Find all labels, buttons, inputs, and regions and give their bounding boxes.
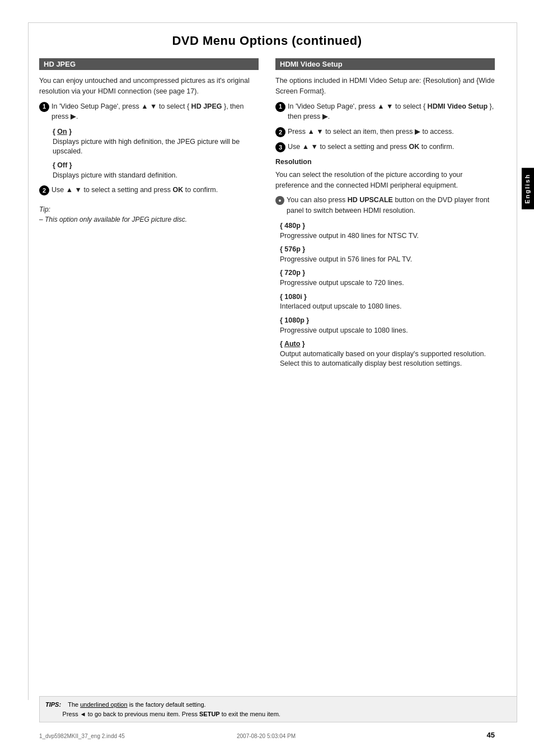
- border-left: [28, 22, 29, 700]
- step1-number: 1: [39, 102, 49, 112]
- ok2-label: OK: [409, 143, 420, 151]
- hdmi-setup-body: The options included in HDMI Video Setup…: [275, 76, 495, 369]
- file-name: 1_dvp5982MKII_37_eng 2.indd 45: [39, 733, 125, 739]
- 576p-option: { 576p } Progressive output in 576 lines…: [280, 244, 495, 264]
- hd-upscale-label: HD UPSCALE: [348, 196, 393, 204]
- on-option-label: { On }: [53, 127, 259, 137]
- tips-line2: Press ◄ to go back to previous menu item…: [63, 711, 280, 717]
- hd-jpeg-intro: You can enjoy untouched and uncompressed…: [39, 76, 259, 97]
- tips-label: TIPS:: [45, 701, 61, 708]
- tip-text: – This option only available for JPEG pi…: [39, 214, 259, 225]
- 720p-option: { 720p } Progressive output upscale to 7…: [280, 268, 495, 288]
- on-option-block: { On } Displays picture with high defini…: [53, 127, 259, 157]
- hdmi-step1-num: 1: [275, 102, 285, 112]
- 480p-desc: Progressive output in 480 lines for NTSC…: [280, 231, 495, 241]
- 1080i-option: { 1080i } Interlaced output upscale to 1…: [280, 292, 495, 312]
- step1-content: In 'Video Setup Page', press ▲ ▼ to sele…: [51, 101, 259, 123]
- page-title: DVD Menu Options (continued): [39, 34, 495, 48]
- hdmi-setup-header: HDMI Video Setup: [275, 58, 495, 70]
- hd-jpeg-step1: 1 In 'Video Setup Page', press ▲ ▼ to se…: [39, 101, 259, 123]
- border-right: [517, 22, 517, 700]
- tri-up2-icon: ▲: [66, 186, 73, 194]
- hdmi-step2-content: Press ▲ ▼ to select an item, then press …: [288, 127, 495, 137]
- arrow-right-icon: ▶: [71, 113, 76, 120]
- on-option-desc: Displays picture with high definition, t…: [53, 137, 259, 157]
- file-date: 2007-08-20 5:03:04 PM: [237, 733, 296, 739]
- hdmi-intro: The options included in HDMI Video Setup…: [275, 76, 495, 97]
- off-option-block: { Off } Displays picture with standard d…: [53, 160, 259, 180]
- arrow-right3-icon: ▶: [415, 128, 420, 136]
- tips-line1: The underlined option is the factory def…: [68, 701, 205, 708]
- 576p-label: { 576p }: [280, 244, 495, 255]
- arrow-right2-icon: ▶: [322, 113, 328, 120]
- tri-down4-icon: ▼: [316, 128, 323, 136]
- hdmi-step1: 1 In 'Video Setup Page', press ▲ ▼ to se…: [275, 101, 495, 123]
- 1080i-label: { 1080i }: [280, 292, 495, 302]
- hdmi-step1-content: In 'Video Setup Page', press ▲ ▼ to sele…: [288, 101, 495, 123]
- sidebar-english-label: English: [522, 168, 534, 209]
- right-column: HDMI Video Setup The options included in…: [275, 58, 495, 371]
- hdmi-setup-option: HDMI Video Setup: [428, 102, 488, 110]
- 1080p-desc: Progressive output upscale to 1080 lines…: [280, 326, 495, 336]
- hd-jpeg-step2: 2 Use ▲ ▼ to select a setting and press …: [39, 185, 259, 195]
- 480p-label: { 480p }: [280, 221, 495, 231]
- auto-option: { Auto } Output automatically based on y…: [280, 339, 495, 369]
- 1080i-desc: Interlaced output upscale to 1080 lines.: [280, 302, 495, 312]
- 720p-desc: Progressive output upscale to 720 lines.: [280, 278, 495, 288]
- footer-tips-bar: TIPS: The underlined option is the facto…: [39, 696, 517, 722]
- hd-jpeg-body: You can enjoy untouched and uncompressed…: [39, 76, 259, 225]
- step2-content: Use ▲ ▼ to select a setting and press OK…: [51, 185, 259, 195]
- title-continued-text: (continued): [292, 34, 362, 48]
- off-option-desc: Displays picture with standard definitio…: [53, 171, 259, 181]
- resolution-header: Resolution: [275, 158, 312, 166]
- auto-desc: Output automatically based on your displ…: [280, 349, 495, 369]
- tri-down3-icon: ▼: [386, 102, 393, 110]
- hd-upscale-bullet: ● You can also press HD UPSCALE button o…: [275, 195, 495, 216]
- title-main: DVD Menu Options: [172, 34, 288, 48]
- 576p-desc: Progressive output in 576 lines for PAL …: [280, 255, 495, 265]
- ok-label: OK: [173, 186, 184, 194]
- 720p-label: { 720p }: [280, 268, 495, 278]
- off-option-label: { Off }: [53, 160, 259, 171]
- hdmi-step3: 3 Use ▲ ▼ to select a setting and press …: [275, 142, 495, 152]
- tri-down-icon: ▼: [150, 102, 157, 110]
- tip-block: Tip: – This option only available for JP…: [39, 204, 259, 225]
- tri-up4-icon: ▲: [307, 128, 314, 136]
- hdjpeg-option: HD JPEG: [191, 102, 222, 110]
- tri-up5-icon: ▲: [302, 143, 309, 151]
- 1080p-label: { 1080p }: [280, 315, 495, 326]
- tip-label: Tip:: [39, 204, 259, 214]
- hdmi-step3-num: 3: [275, 142, 285, 152]
- left-column: HD JPEG You can enjoy untouched and unco…: [39, 58, 259, 371]
- page-number: 45: [487, 731, 495, 739]
- auto-label: { Auto }: [280, 339, 495, 349]
- tri-up3-icon: ▲: [377, 102, 384, 110]
- bullet-icon: ●: [275, 196, 284, 205]
- 480p-option: { 480p } Progressive output in 480 lines…: [280, 221, 495, 241]
- resolution-options: { 480p } Progressive output in 480 lines…: [280, 221, 495, 369]
- resolution-intro: You can select the resolution of the pic…: [275, 170, 495, 191]
- hdmi-step3-content: Use ▲ ▼ to select a setting and press OK…: [288, 142, 495, 152]
- file-info: 1_dvp5982MKII_37_eng 2.indd 45 2007-08-2…: [39, 733, 296, 739]
- hd-upscale-content: You can also press HD UPSCALE button on …: [287, 195, 495, 216]
- tri-down5-icon: ▼: [311, 143, 318, 151]
- 1080p-option: { 1080p } Progressive output upscale to …: [280, 315, 495, 335]
- two-column-layout: HD JPEG You can enjoy untouched and unco…: [39, 58, 495, 371]
- hd-jpeg-header: HD JPEG: [39, 58, 259, 70]
- tri-down2-icon: ▼: [75, 186, 82, 194]
- border-top: [28, 22, 517, 23]
- hdmi-step2-num: 2: [275, 127, 285, 137]
- tri-up-icon: ▲: [141, 102, 148, 110]
- hdmi-step2: 2 Press ▲ ▼ to select an item, then pres…: [275, 127, 495, 137]
- page-wrapper: English DVD Menu Options (continued) HD …: [0, 0, 534, 756]
- step2-number: 2: [39, 185, 49, 195]
